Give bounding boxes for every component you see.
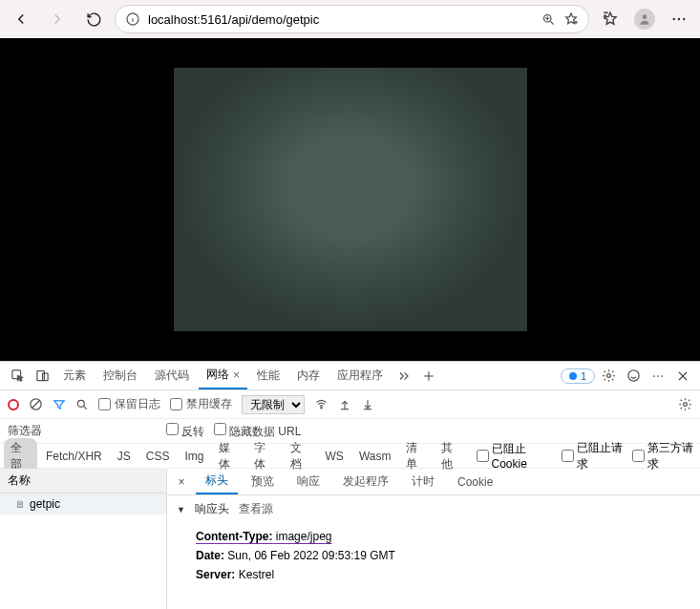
- throttle-select[interactable]: 无限制: [242, 395, 305, 414]
- svg-point-22: [627, 370, 638, 381]
- type-filter-bar: 全部 Fetch/XHR JS CSS Img 媒体 字体 文档 WS Wasm…: [0, 444, 700, 469]
- svg-point-24: [657, 375, 659, 377]
- response-image: [174, 68, 527, 331]
- detail-tab-preview[interactable]: 预览: [242, 470, 284, 494]
- response-headers-body: Content-Type: image/jpeg Date: Sun, 06 F…: [167, 523, 700, 596]
- tab-application[interactable]: 应用程序: [329, 363, 391, 389]
- clear-icon[interactable]: [29, 397, 43, 411]
- response-headers-section[interactable]: ▼ 响应头 查看源: [167, 495, 700, 523]
- request-detail: × 标头 预览 响应 发起程序 计时 Cookie ▼ 响应头 查看源 Cont…: [167, 469, 700, 609]
- tab-network[interactable]: 网络×: [199, 363, 247, 389]
- preserve-log-checkbox[interactable]: 保留日志: [98, 396, 160, 412]
- issues-pill[interactable]: 1: [561, 368, 595, 384]
- network-settings-icon[interactable]: [678, 397, 692, 411]
- close-detail-icon[interactable]: ×: [171, 475, 192, 489]
- tab-console[interactable]: 控制台: [95, 363, 145, 389]
- svg-rect-18: [42, 373, 48, 381]
- refresh-button[interactable]: [78, 4, 109, 34]
- request-list-header: 名称: [0, 469, 166, 494]
- header-server: Server: Kestrel: [196, 565, 681, 584]
- favorites-icon[interactable]: [595, 4, 626, 34]
- file-icon: 🗎: [15, 498, 26, 510]
- request-row-getpic[interactable]: 🗎getpic: [0, 494, 166, 514]
- zoom-icon[interactable]: [541, 12, 556, 27]
- tab-elements[interactable]: 元素: [55, 363, 94, 389]
- search-icon[interactable]: [75, 398, 89, 411]
- inspect-icon[interactable]: [6, 368, 29, 383]
- triangle-down-icon: ▼: [177, 505, 185, 514]
- profile-avatar[interactable]: [629, 4, 660, 34]
- detail-tab-response[interactable]: 响应: [287, 470, 329, 494]
- close-devtools-icon[interactable]: [671, 369, 694, 383]
- hide-data-urls-checkbox[interactable]: 隐藏数据 URL: [214, 423, 301, 440]
- devtools-tabs: 元素 控制台 源代码 网络× 性能 内存 应用程序 1: [0, 362, 700, 390]
- type-ws[interactable]: WS: [319, 448, 350, 465]
- svg-point-23: [653, 375, 655, 377]
- svg-point-37: [684, 403, 688, 407]
- detail-tab-cookies[interactable]: Cookie: [448, 470, 502, 494]
- wifi-icon[interactable]: [314, 397, 329, 411]
- network-toolbar: 保留日志 禁用缓存 无限制: [0, 390, 700, 419]
- settings-icon[interactable]: [597, 368, 620, 383]
- detail-tab-headers[interactable]: 标头: [196, 470, 238, 494]
- svg-point-15: [683, 18, 685, 20]
- svg-point-12: [643, 14, 647, 19]
- page-viewport: [0, 38, 700, 361]
- svg-point-32: [321, 408, 322, 409]
- back-button[interactable]: [6, 4, 36, 34]
- invert-checkbox[interactable]: 反转: [166, 423, 204, 440]
- svg-point-21: [606, 374, 610, 378]
- type-img[interactable]: Img: [178, 448, 210, 465]
- detail-tab-timing[interactable]: 计时: [402, 470, 444, 494]
- filter-icon[interactable]: [53, 398, 66, 411]
- header-date: Date: Sun, 06 Feb 2022 09:53:19 GMT: [196, 546, 681, 565]
- third-party-checkbox[interactable]: 第三方请求: [632, 440, 696, 472]
- disable-cache-checkbox[interactable]: 禁用缓存: [170, 396, 232, 412]
- svg-line-4: [550, 21, 553, 24]
- device-icon[interactable]: [31, 368, 53, 383]
- type-js[interactable]: JS: [111, 448, 138, 465]
- svg-line-31: [84, 406, 87, 409]
- view-source-link[interactable]: 查看源: [239, 501, 273, 517]
- close-icon[interactable]: ×: [233, 368, 240, 382]
- more-icon[interactable]: [664, 4, 694, 34]
- type-css[interactable]: CSS: [139, 448, 177, 465]
- add-tab-icon[interactable]: [417, 369, 440, 383]
- svg-rect-17: [36, 371, 44, 381]
- header-content-type: Content-Type: image/jpeg: [196, 527, 681, 546]
- tab-performance[interactable]: 性能: [249, 363, 287, 389]
- svg-point-14: [678, 18, 680, 20]
- detail-tabs: × 标头 预览 响应 发起程序 计时 Cookie: [167, 469, 700, 495]
- blocked-requests-checkbox[interactable]: 已阻止请求: [562, 440, 626, 472]
- filter-label: 筛选器: [8, 423, 42, 439]
- download-icon[interactable]: [361, 398, 374, 411]
- blocked-cookies-checkbox[interactable]: 已阻止 Cookie: [477, 441, 554, 471]
- svg-point-25: [661, 375, 663, 377]
- address-bar[interactable]: [115, 5, 589, 33]
- info-icon: [125, 11, 140, 27]
- type-fetchxhr[interactable]: Fetch/XHR: [39, 448, 109, 465]
- forward-button[interactable]: [42, 4, 73, 34]
- network-split: 名称 🗎getpic × 标头 预览 响应 发起程序 计时 Cookie ▼ 响…: [0, 469, 700, 609]
- feedback-icon[interactable]: [622, 368, 645, 383]
- svg-point-30: [77, 400, 84, 407]
- type-wasm[interactable]: Wasm: [352, 448, 398, 465]
- devtools-panel: 元素 控制台 源代码 网络× 性能 内存 应用程序 1 保留日志 禁用缓存 无限…: [0, 361, 700, 609]
- tab-sources[interactable]: 源代码: [147, 363, 197, 389]
- record-icon[interactable]: [8, 399, 19, 410]
- url-input[interactable]: [148, 12, 534, 27]
- browser-toolbar: [0, 0, 700, 38]
- svg-line-29: [32, 401, 40, 409]
- tab-memory[interactable]: 内存: [289, 363, 328, 389]
- detail-tab-initiator[interactable]: 发起程序: [333, 470, 398, 494]
- kebab-icon[interactable]: [647, 369, 669, 383]
- svg-point-13: [673, 18, 675, 20]
- upload-icon[interactable]: [338, 398, 351, 411]
- request-list: 名称 🗎getpic: [0, 469, 167, 609]
- more-tabs-icon[interactable]: [392, 369, 415, 383]
- favorite-star-icon[interactable]: [563, 11, 579, 27]
